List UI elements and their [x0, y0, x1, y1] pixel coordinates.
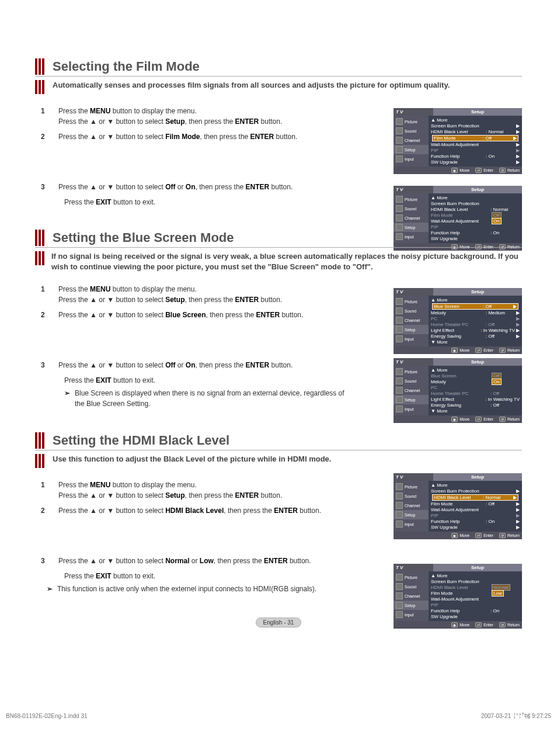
step-number: 1: [41, 480, 58, 501]
step-number: 3: [41, 360, 58, 370]
heading-bars-icon: [35, 251, 44, 265]
step-body: Press the ▲ or ▼ button to select Off or…: [58, 360, 344, 370]
section-subtitle: If no signal is being received or the si…: [51, 251, 522, 272]
step-number: 3: [41, 556, 58, 566]
section-title: Setting the HDMI Black Level: [53, 433, 229, 448]
step-number: 2: [41, 505, 58, 516]
osd-screenshot: T VSetup Picture Sound Channel Setup Inp…: [394, 473, 522, 539]
step-number: 1: [41, 284, 58, 305]
heading-bars-icon: [35, 80, 46, 94]
section-blue-screen: Setting the Blue Screen Mode If no signa…: [35, 230, 522, 409]
heading-bars-icon: [35, 454, 46, 468]
step-body: Press the MENU button to display the men…: [58, 284, 344, 305]
step-body: Press the MENU button to display the men…: [58, 106, 344, 127]
osd-screenshot: T VSetup Picture Sound Channel Setup Inp…: [394, 358, 522, 423]
step-number: 2: [41, 310, 58, 320]
osd-screenshot: T VSetup Picture Sound Channel Setup Inp…: [394, 564, 522, 629]
note: ➢ This function is active only when the …: [41, 584, 333, 594]
step-number: 3: [41, 182, 58, 192]
step-number: 2: [41, 131, 58, 142]
section-subtitle: Automatically senses and processes film …: [53, 80, 450, 91]
step-body: Press the ▲ or ▼ button to select HDMI B…: [58, 505, 344, 516]
section-hdmi-black-level: Setting the HDMI Black Level Use this fu…: [35, 432, 522, 594]
section-title: Selecting the Film Mode: [53, 59, 200, 74]
heading-bars-icon: [35, 58, 46, 75]
step-body: Press the ▲ or ▼ button to select Off or…: [58, 182, 344, 192]
osd-screenshot: T VSetup Picture Sound Channel Setup Inp…: [394, 288, 522, 354]
step-body: Press the MENU button to display the men…: [58, 480, 344, 501]
osd-sidebar: Picture Sound Channel Setup Input: [394, 116, 429, 167]
step-body: Press the ▲ or ▼ button to select Film M…: [58, 131, 344, 142]
step-number: 1: [41, 106, 58, 127]
section-subtitle: Use this function to adjust the Black Le…: [53, 454, 331, 464]
step-body: Press the ▲ or ▼ button to select Blue S…: [58, 310, 344, 320]
note-arrow-icon: ➢: [64, 388, 70, 409]
section-film-mode: Selecting the Film Mode Automatically se…: [35, 58, 522, 206]
osd-screenshot: T VSetup Picture Sound Channel Setup Inp…: [394, 108, 522, 174]
footer-meta: BN68-01192E-02Eng-1.indd 31 2007-03-21 ㌩…: [0, 701, 557, 725]
note-arrow-icon: ➢: [47, 584, 53, 594]
note: ➢ Blue Screen is displayed when there is…: [41, 388, 350, 409]
section-title: Setting the Blue Screen Mode: [53, 230, 234, 245]
step-body: Press the ▲ or ▼ button to select Normal…: [58, 556, 344, 566]
heading-bars-icon: [35, 432, 46, 449]
heading-bars-icon: [35, 230, 46, 246]
